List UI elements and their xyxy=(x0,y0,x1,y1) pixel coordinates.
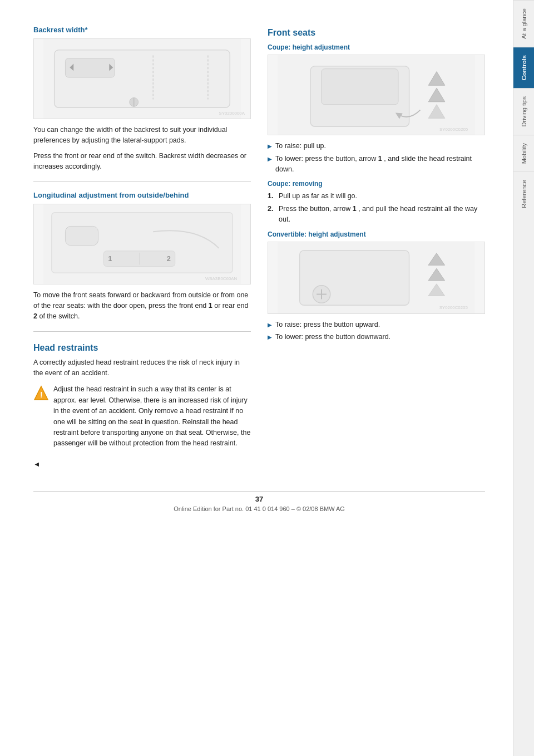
warning-box: ! Adjust the head restraint in such a wa… xyxy=(33,384,251,453)
page-footer: 37 Online Edition for Part no. 01 41 0 0… xyxy=(33,491,485,512)
svg-text:!: ! xyxy=(40,390,43,399)
divider2 xyxy=(33,331,251,332)
footer-text: Online Edition for Part no. 01 41 0 014 … xyxy=(174,505,345,512)
sidebar-tab-mobility[interactable]: Mobility xyxy=(513,135,535,171)
coupe-height-list: ▶ To raise: pull up. ▶ To lower: press t… xyxy=(268,141,485,174)
coupe-height-image: SY0200C0205 xyxy=(268,55,485,135)
backrest-image: SY0200000A xyxy=(33,38,251,119)
backrest-width-heading: Backrest width* xyxy=(33,26,251,34)
longitudinal-heading: Longitudinal adjustment from outside/beh… xyxy=(33,191,251,199)
front-seats-heading: Front seats xyxy=(268,28,485,38)
convertible-list: ▶ To raise: press the button upward. ▶ T… xyxy=(268,320,485,343)
lower-item: ▶ To lower: press the button, arrow 1 , … xyxy=(268,154,485,175)
page-number: 37 xyxy=(33,495,485,503)
head-restraints-heading: Head restraints xyxy=(33,343,251,353)
conv-raise-item: ▶ To raise: press the button upward. xyxy=(268,320,485,330)
triangle-icon-3: ▶ xyxy=(268,321,272,329)
svg-rect-22 xyxy=(322,69,398,105)
svg-text:1: 1 xyxy=(108,254,112,262)
backrest-text1: You can change the width of the backrest… xyxy=(33,125,251,146)
coupe-removing-list: 1. Pull up as far as it will go. 2. Pres… xyxy=(268,191,485,224)
svg-text:WBA3B0C60AN: WBA3B0C60AN xyxy=(205,276,238,281)
divider1 xyxy=(33,181,251,182)
coupe-removing-heading: Coupe: removing xyxy=(268,180,485,188)
coupe-height-heading: Coupe: height adjustment xyxy=(268,43,485,51)
sidebar-tab-at-a-glance[interactable]: At a glance xyxy=(513,0,535,47)
longitudinal-text: To move the front seats forward or backw… xyxy=(33,290,251,322)
convertible-image: SY0200C0205 xyxy=(268,242,485,314)
svg-text:SY0200C0205: SY0200C0205 xyxy=(439,127,468,132)
longitudinal-image: 1 2 WBA3B0C60AN xyxy=(33,204,251,284)
convertible-heading: Convertible: height adjustment xyxy=(268,230,485,238)
backrest-text2: Press the front or rear end of the switc… xyxy=(33,151,251,173)
warning-text: Adjust the head restraint in such a way … xyxy=(53,384,251,449)
svg-text:SY0200000A: SY0200000A xyxy=(219,111,245,116)
raise-item: ▶ To raise: pull up. xyxy=(268,141,485,151)
triangle-icon-1: ▶ xyxy=(268,142,272,150)
removing-step1: 1. Pull up as far as it will go. xyxy=(268,191,485,202)
conv-lower-item: ▶ To lower: press the button downward. xyxy=(268,332,485,342)
head-restraints-text1: A correctly adjusted head restraint redu… xyxy=(33,357,251,379)
svg-text:SY0200C0205: SY0200C0205 xyxy=(439,305,468,310)
svg-text:2: 2 xyxy=(167,254,171,262)
sidebar-tab-driving-tips[interactable]: Driving tips xyxy=(513,88,535,134)
warning-icon: ! xyxy=(33,385,49,401)
removing-step2: 2. Press the button, arrow 1 , and pull … xyxy=(268,204,485,225)
triangle-icon-2: ▶ xyxy=(268,155,272,163)
sidebar-tab-reference[interactable]: Reference xyxy=(513,171,535,216)
sidebar-tab-controls[interactable]: Controls xyxy=(513,47,535,88)
triangle-icon-4: ▶ xyxy=(268,333,272,341)
warning-end-mark: ◄ xyxy=(33,459,251,470)
svg-rect-16 xyxy=(65,226,98,246)
sidebar: At a glance Controls Driving tips Mobili… xyxy=(513,0,534,756)
